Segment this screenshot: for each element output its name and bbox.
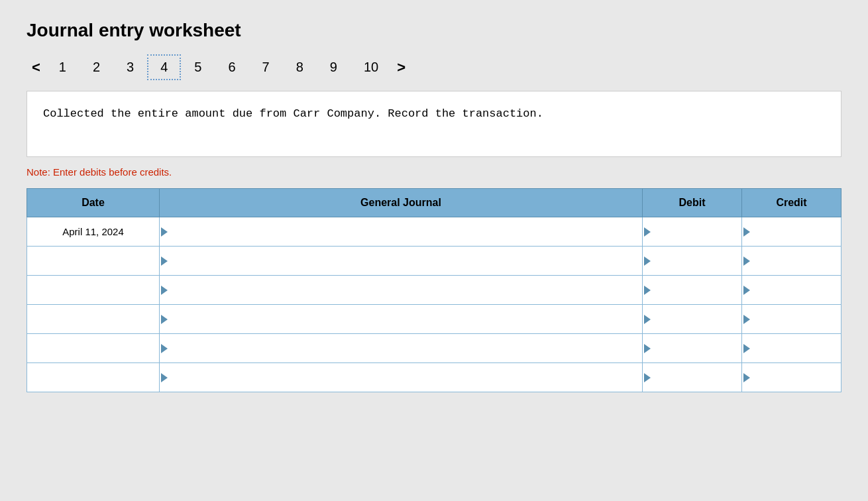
- nav-number-5[interactable]: 5: [181, 54, 215, 80]
- credit-cell-3[interactable]: [742, 305, 841, 334]
- journal-input-4[interactable]: [168, 334, 642, 362]
- debit-cell-1[interactable]: [643, 247, 742, 276]
- debit-arrow-icon: [644, 227, 651, 237]
- header-date: Date: [27, 189, 160, 217]
- debit-arrow-icon: [644, 315, 651, 324]
- next-arrow[interactable]: >: [392, 56, 411, 79]
- header-credit: Credit: [742, 189, 841, 217]
- nav-number-10[interactable]: 10: [351, 54, 392, 80]
- date-cell-4: [27, 334, 160, 363]
- date-cell-3: [27, 305, 160, 334]
- date-cell-2: [27, 276, 160, 305]
- page-title: Journal entry worksheet: [27, 20, 841, 41]
- journal-input-2[interactable]: [168, 276, 642, 304]
- navigation-row: < 1 2 3 4 5 6 7 8 9 10 >: [27, 54, 841, 80]
- nav-number-9[interactable]: 9: [317, 54, 351, 80]
- journal-arrow-icon: [161, 344, 168, 353]
- debit-input-5[interactable]: [651, 363, 741, 392]
- nav-number-2[interactable]: 2: [80, 54, 113, 80]
- date-cell-1: [27, 247, 160, 276]
- debit-input-4[interactable]: [651, 334, 741, 362]
- debit-input-3[interactable]: [651, 305, 741, 333]
- date-cell-5: [27, 363, 160, 392]
- debit-arrow-icon: [644, 286, 651, 295]
- credit-arrow-icon: [743, 344, 750, 353]
- journal-input-5[interactable]: [168, 363, 642, 392]
- debit-arrow-icon: [644, 256, 651, 266]
- table-row: [27, 305, 841, 334]
- journal-cell-3[interactable]: [160, 305, 643, 334]
- description-box: Collected the entire amount due from Car…: [27, 91, 841, 157]
- credit-input-1[interactable]: [750, 247, 841, 275]
- journal-input-3[interactable]: [168, 305, 642, 333]
- nav-number-3[interactable]: 3: [113, 54, 147, 80]
- debit-cell-5[interactable]: [643, 363, 742, 392]
- journal-arrow-icon: [161, 256, 168, 266]
- credit-cell-0[interactable]: [742, 217, 841, 247]
- nav-number-1[interactable]: 1: [46, 54, 80, 80]
- journal-input-0[interactable]: [168, 217, 642, 246]
- credit-input-3[interactable]: [750, 305, 841, 333]
- credit-arrow-icon: [743, 286, 750, 295]
- credit-input-0[interactable]: [750, 217, 841, 246]
- debit-arrow-icon: [644, 373, 651, 382]
- credit-arrow-icon: [743, 227, 750, 237]
- table-row: April 11, 2024: [27, 217, 841, 247]
- journal-table: Date General Journal Debit Credit April …: [27, 188, 841, 392]
- journal-cell-1[interactable]: [160, 247, 643, 276]
- prev-arrow[interactable]: <: [27, 56, 46, 79]
- credit-cell-1[interactable]: [742, 247, 841, 276]
- date-cell-0: April 11, 2024: [27, 217, 160, 247]
- debit-input-2[interactable]: [651, 276, 741, 304]
- debit-input-0[interactable]: [651, 217, 741, 246]
- debit-cell-3[interactable]: [643, 305, 742, 334]
- table-row: [27, 363, 841, 392]
- credit-input-4[interactable]: [750, 334, 841, 362]
- journal-arrow-icon: [161, 286, 168, 295]
- credit-arrow-icon: [743, 315, 750, 324]
- nav-number-4[interactable]: 4: [147, 54, 181, 80]
- journal-cell-5[interactable]: [160, 363, 643, 392]
- table-row: [27, 334, 841, 363]
- debit-cell-4[interactable]: [643, 334, 742, 363]
- journal-cell-0[interactable]: [160, 217, 643, 247]
- credit-cell-2[interactable]: [742, 276, 841, 305]
- table-row: [27, 247, 841, 276]
- header-general-journal: General Journal: [160, 189, 643, 217]
- credit-arrow-icon: [743, 256, 750, 266]
- debit-input-1[interactable]: [651, 247, 741, 275]
- journal-arrow-icon: [161, 227, 168, 237]
- credit-cell-5[interactable]: [742, 363, 841, 392]
- nav-number-7[interactable]: 7: [249, 54, 283, 80]
- nav-number-6[interactable]: 6: [215, 54, 248, 80]
- credit-arrow-icon: [743, 373, 750, 382]
- note-text: Note: Enter debits before credits.: [27, 166, 841, 178]
- table-row: [27, 276, 841, 305]
- credit-input-2[interactable]: [750, 276, 841, 304]
- journal-input-1[interactable]: [168, 247, 642, 275]
- journal-cell-4[interactable]: [160, 334, 643, 363]
- debit-arrow-icon: [644, 344, 651, 353]
- header-debit: Debit: [643, 189, 742, 217]
- debit-cell-0[interactable]: [643, 217, 742, 247]
- journal-arrow-icon: [161, 373, 168, 382]
- nav-number-8[interactable]: 8: [283, 54, 317, 80]
- journal-cell-2[interactable]: [160, 276, 643, 305]
- debit-cell-2[interactable]: [643, 276, 742, 305]
- credit-input-5[interactable]: [750, 363, 841, 392]
- journal-arrow-icon: [161, 315, 168, 324]
- credit-cell-4[interactable]: [742, 334, 841, 363]
